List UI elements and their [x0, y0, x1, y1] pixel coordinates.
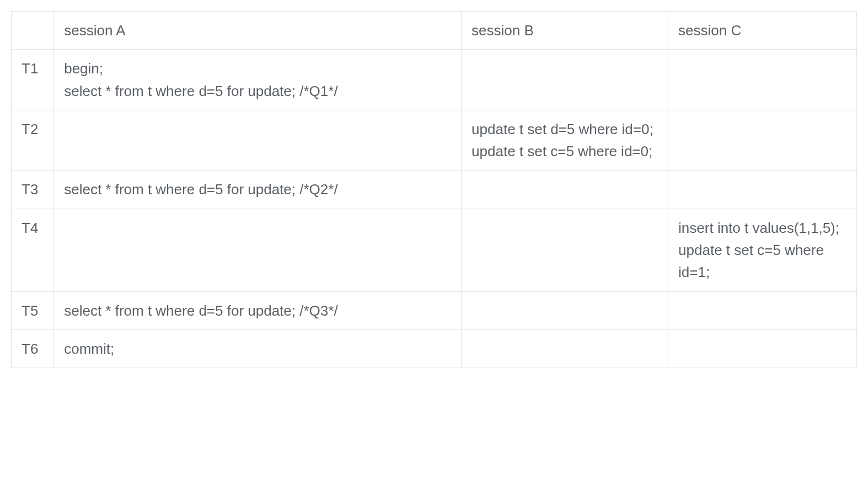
cell-session-c — [668, 329, 857, 368]
time-label: T4 — [12, 209, 54, 291]
header-session-a: session A — [54, 12, 462, 50]
time-label: T6 — [12, 329, 54, 368]
time-label: T5 — [12, 291, 54, 329]
header-corner — [12, 12, 54, 50]
cell-session-c — [668, 50, 857, 110]
table-row: T1 begin; select * from t where d=5 for … — [12, 50, 857, 110]
cell-session-b: update t set d=5 where id=0; update t se… — [462, 110, 668, 171]
cell-session-b — [462, 171, 668, 209]
table-header-row: session A session B session C — [12, 12, 857, 50]
header-session-c: session C — [668, 12, 857, 50]
cell-session-a: begin; select * from t where d=5 for upd… — [54, 50, 462, 110]
header-session-b: session B — [462, 12, 668, 50]
time-label: T3 — [12, 171, 54, 209]
cell-session-c — [668, 110, 857, 171]
cell-session-c — [668, 171, 857, 209]
table-row: T4 insert into t values(1,1,5); update t… — [12, 209, 857, 291]
table-row: T6 commit; — [12, 329, 857, 368]
cell-session-c: insert into t values(1,1,5); update t se… — [668, 209, 857, 291]
cell-session-a: commit; — [54, 329, 462, 368]
cell-session-b — [462, 50, 668, 110]
cell-session-a — [54, 209, 462, 291]
time-label: T2 — [12, 110, 54, 171]
cell-session-a: select * from t where d=5 for update; /*… — [54, 291, 462, 329]
cell-session-c — [668, 291, 857, 329]
cell-session-b — [462, 329, 668, 368]
cell-session-a: select * from t where d=5 for update; /*… — [54, 171, 462, 209]
cell-session-a — [54, 110, 462, 171]
cell-session-b — [462, 291, 668, 329]
cell-session-b — [462, 209, 668, 291]
table-row: T5 select * from t where d=5 for update;… — [12, 291, 857, 329]
time-label: T1 — [12, 50, 54, 110]
table-row: T2 update t set d=5 where id=0; update t… — [12, 110, 857, 171]
table-row: T3 select * from t where d=5 for update;… — [12, 171, 857, 209]
session-timeline-table: session A session B session C T1 begin; … — [11, 11, 857, 368]
